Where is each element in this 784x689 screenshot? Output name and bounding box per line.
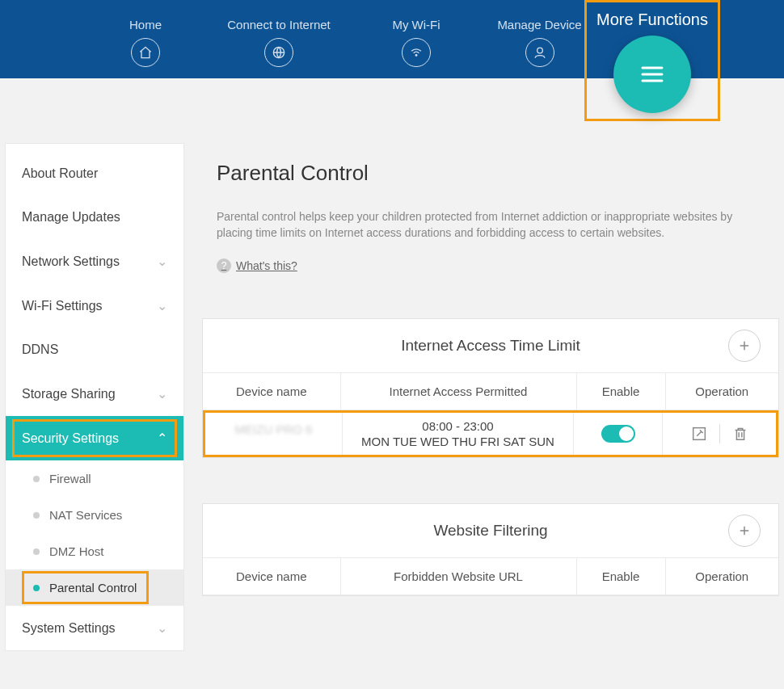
sidebar-item-label: Network Settings — [22, 254, 120, 269]
sidebar-network-settings[interactable]: Network Settings⌄ — [6, 239, 183, 284]
sidebar-security-settings[interactable]: Security Settings⌃ — [6, 416, 183, 460]
time-limit-card: Internet Access Time Limit Device name I… — [202, 318, 779, 458]
permitted-days: MON TUE WED THU FRI SAT SUN — [349, 435, 567, 448]
svg-point-1 — [415, 55, 417, 57]
plus-icon — [737, 523, 752, 538]
chevron-up-icon: ⌃ — [157, 431, 167, 446]
sidebar-storage-sharing[interactable]: Storage Sharing⌄ — [6, 372, 183, 416]
permitted-time: 08:00 - 23:00 — [349, 419, 567, 433]
sidebar-item-label: Firewall — [49, 472, 91, 485]
col-device-name: Device name — [203, 373, 340, 410]
nav-connect-label: Connect to Internet — [227, 18, 331, 32]
sidebar-wifi-settings[interactable]: Wi-Fi Settings⌄ — [6, 284, 183, 328]
plus-icon — [737, 338, 752, 353]
col-device-name: Device name — [203, 558, 340, 595]
sidebar-item-label: Manage Updates — [22, 210, 120, 225]
chevron-down-icon: ⌄ — [157, 620, 167, 636]
time-limit-table: Device name Internet Access Permitted En… — [203, 373, 778, 457]
more-functions-button[interactable] — [613, 36, 691, 113]
website-filter-title: Website Filtering — [433, 522, 547, 540]
nav-home-label: Home — [129, 18, 162, 32]
home-icon — [131, 38, 160, 67]
col-operation: Operation — [665, 373, 778, 410]
dot-icon — [33, 548, 40, 555]
sidebar-item-label: DMZ Host — [49, 544, 104, 558]
device-name-cell: MEIZU PRO 6 — [235, 422, 313, 436]
dot-icon — [33, 512, 40, 519]
main-content: Parental Control Parental control helps … — [202, 143, 779, 651]
sidebar-item-label: NAT Services — [49, 508, 122, 522]
hamburger-icon — [634, 57, 670, 92]
website-filter-table: Device name Forbidden Website URL Enable… — [203, 558, 778, 595]
sidebar-about-router[interactable]: About Router — [6, 152, 183, 195]
website-filter-card: Website Filtering Device name Forbidden … — [202, 503, 779, 596]
sidebar-item-label: About Router — [22, 166, 98, 181]
sidebar-item-label: Storage Sharing — [22, 387, 116, 401]
edit-icon[interactable] — [690, 425, 708, 443]
delete-icon[interactable] — [731, 425, 749, 443]
sidebar-item-label: Parental Control — [49, 581, 137, 594]
chevron-down-icon: ⌄ — [157, 386, 167, 401]
enable-toggle[interactable] — [601, 425, 635, 443]
col-permitted: Internet Access Permitted — [340, 373, 576, 410]
question-icon: ? — [217, 258, 231, 273]
globe-icon — [264, 38, 293, 67]
add-time-limit-button[interactable] — [728, 330, 761, 362]
website-filter-header: Website Filtering — [203, 504, 778, 558]
page-title: Parental Control — [202, 143, 779, 186]
nav-home[interactable]: Home — [89, 18, 202, 67]
page-description: Parental control helps keep your childre… — [202, 208, 736, 242]
col-operation: Operation — [665, 558, 778, 595]
whats-this-link[interactable]: ? What's this? — [217, 258, 297, 273]
nav-manage[interactable]: Manage Device — [477, 18, 602, 67]
separator — [719, 424, 720, 443]
sidebar-item-label: Security Settings — [22, 431, 119, 446]
row-operations — [690, 424, 749, 443]
time-limit-header: Internet Access Time Limit — [203, 319, 778, 373]
col-enable: Enable — [576, 373, 665, 410]
topbar: Home Connect to Internet My Wi-Fi Manage… — [0, 0, 784, 78]
nav-wifi[interactable]: My Wi-Fi — [356, 18, 477, 67]
wifi-icon — [402, 38, 431, 67]
sidebar-ddns[interactable]: DDNS — [6, 328, 183, 372]
col-enable: Enable — [576, 558, 665, 595]
top-nav: Home Connect to Internet My Wi-Fi Manage… — [89, 18, 602, 67]
add-website-filter-button[interactable] — [728, 515, 761, 547]
time-limit-title: Internet Access Time Limit — [401, 337, 580, 355]
dot-icon — [33, 585, 40, 591]
dot-icon — [33, 476, 40, 482]
sidebar-nat-services[interactable]: NAT Services — [6, 497, 183, 533]
whats-this-label: What's this? — [236, 259, 297, 272]
sidebar-item-label: DDNS — [22, 342, 58, 357]
sidebar-item-label: System Settings — [22, 621, 116, 636]
nav-connect[interactable]: Connect to Internet — [202, 18, 356, 67]
sidebar-parental-control[interactable]: Parental Control — [6, 569, 183, 606]
sidebar-item-label: Wi-Fi Settings — [22, 299, 103, 313]
sidebar: About Router Manage Updates Network Sett… — [5, 143, 184, 651]
nav-wifi-label: My Wi-Fi — [392, 18, 440, 32]
sidebar-system-settings[interactable]: System Settings⌄ — [6, 606, 183, 650]
time-limit-row-highlight: MEIZU PRO 6 08:00 - 23:00 MON TUE WED TH… — [203, 410, 778, 457]
chevron-down-icon: ⌄ — [157, 298, 167, 313]
sidebar-firewall[interactable]: Firewall — [6, 460, 183, 497]
nav-more-label: More Functions — [596, 11, 708, 29]
nav-more-highlight: More Functions — [584, 0, 720, 121]
chevron-down-icon: ⌄ — [157, 254, 167, 269]
sidebar-dmz-host[interactable]: DMZ Host — [6, 533, 183, 569]
col-url: Forbidden Website URL — [340, 558, 576, 595]
sidebar-manage-updates[interactable]: Manage Updates — [6, 195, 183, 239]
svg-point-2 — [537, 48, 542, 53]
user-icon — [525, 38, 554, 67]
nav-manage-label: Manage Device — [497, 18, 581, 32]
